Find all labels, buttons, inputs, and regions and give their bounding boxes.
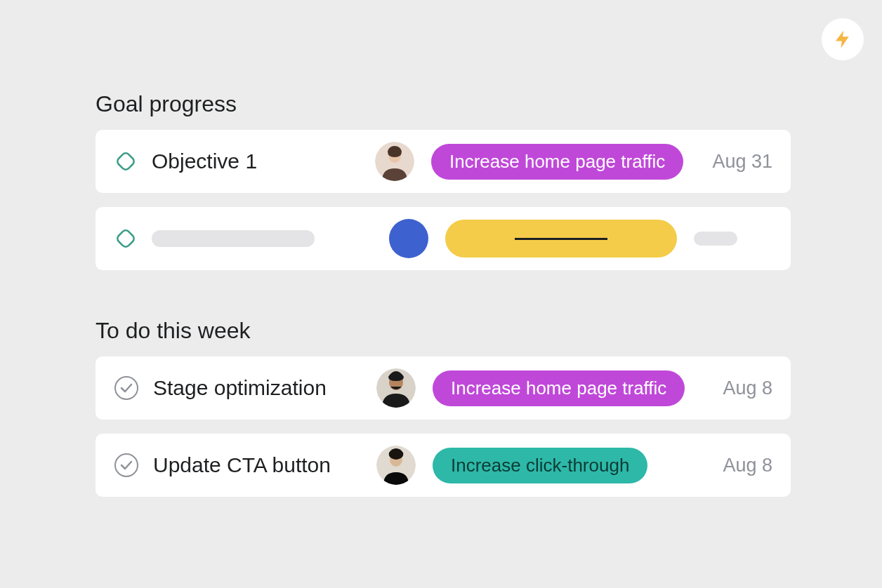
goal-diamond-icon <box>114 149 138 173</box>
goal-row[interactable]: Objective 1 Increase home page traffic A… <box>96 130 791 193</box>
goal-diamond-icon <box>114 227 138 250</box>
svg-rect-0 <box>116 152 136 171</box>
due-date: Aug 8 <box>709 377 772 399</box>
svg-point-7 <box>115 454 138 476</box>
assignee-avatar[interactable] <box>375 142 414 181</box>
task-row[interactable]: Stage optimization Increase home page tr… <box>96 356 791 420</box>
project-tag[interactable]: Increase home page traffic <box>433 370 685 406</box>
due-date: Aug 31 <box>698 151 772 173</box>
goal-title: Objective 1 <box>152 149 369 173</box>
section-title-goal-progress: Goal progress <box>96 91 791 117</box>
placeholder-tag <box>445 220 677 258</box>
automation-lightning-button[interactable] <box>822 18 864 60</box>
project-tag[interactable]: Increase click-through <box>433 448 647 483</box>
avatar-icon <box>375 142 414 181</box>
svg-point-4 <box>115 377 138 399</box>
placeholder-date <box>694 232 737 246</box>
due-date: Aug 8 <box>709 455 772 476</box>
placeholder-avatar <box>389 219 428 258</box>
goal-row-placeholder[interactable] <box>96 207 791 270</box>
section-title-todo: To do this week <box>96 318 791 344</box>
complete-check-icon[interactable] <box>114 375 139 401</box>
task-row[interactable]: Update CTA button Increase click-through… <box>96 434 791 497</box>
lightning-icon <box>832 29 853 50</box>
complete-check-icon[interactable] <box>114 453 139 478</box>
avatar-icon <box>376 368 416 408</box>
task-title: Update CTA button <box>153 453 371 477</box>
placeholder-tag-line <box>515 238 607 240</box>
avatar-icon <box>376 446 416 485</box>
dashboard-content: Goal progress Objective 1 Increase home … <box>0 0 882 497</box>
project-tag[interactable]: Increase home page traffic <box>431 144 683 180</box>
task-title: Stage optimization <box>153 376 371 400</box>
assignee-avatar[interactable] <box>376 446 416 485</box>
svg-rect-3 <box>116 229 136 248</box>
placeholder-title <box>152 230 315 247</box>
assignee-avatar[interactable] <box>376 368 416 408</box>
